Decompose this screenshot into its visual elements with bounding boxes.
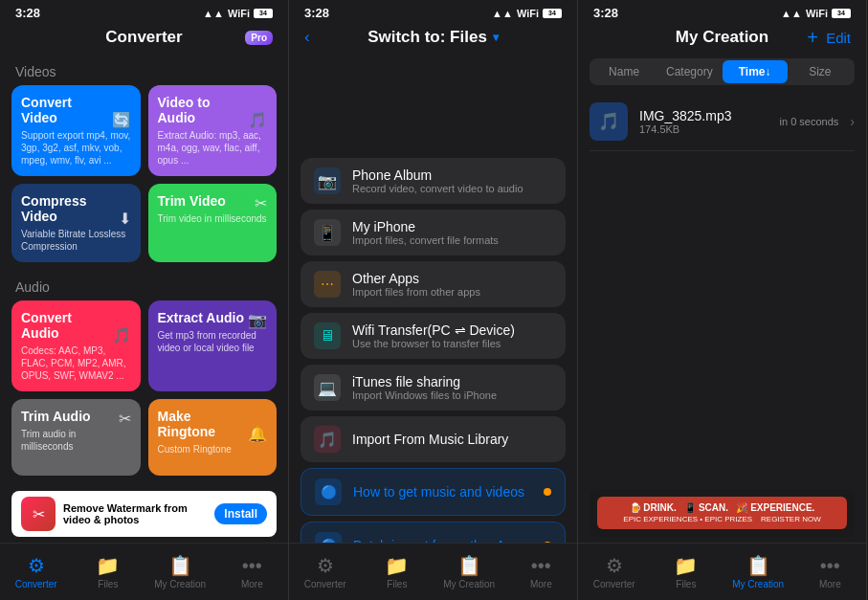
other-apps-title: Other Apps	[352, 271, 480, 286]
my-iphone-item[interactable]: 📱 My iPhone Import files, convert file f…	[300, 210, 566, 256]
how-to-item[interactable]: 🔵 How to get music and videos	[300, 468, 566, 516]
phone-album-sub: Record video, convert video to audio	[352, 183, 523, 194]
tab-time[interactable]: Time↓	[723, 60, 788, 83]
files-nav-label-3: Files	[676, 579, 696, 589]
converter-scroll: Videos Convert Video 🔄 Support export mp…	[0, 55, 288, 485]
tab-category[interactable]: Category	[657, 60, 722, 83]
add-button[interactable]: +	[807, 27, 818, 49]
files-nav-label-2: Files	[387, 579, 407, 589]
batch-import-item[interactable]: 🔵 Batch import from other Apps	[300, 522, 566, 543]
install-button-1[interactable]: Install	[214, 503, 267, 524]
switch-title: Switch to: Files ▾	[367, 28, 499, 47]
convert-video-title: Convert Video	[21, 95, 112, 125]
time-1: 3:28	[15, 6, 40, 20]
dropdown-arrow-icon[interactable]: ▾	[493, 31, 499, 44]
signal-icon-1: ▲▲	[203, 8, 224, 19]
files-content: 📷 Phone Album Record video, convert vide…	[289, 150, 577, 543]
video-to-audio-card[interactable]: Video to Audio 🎵 Extract Audio: mp3, aac…	[148, 85, 278, 176]
tab-name[interactable]: Name	[591, 60, 657, 83]
music-library-item[interactable]: 🎵 Import From Music Library	[300, 416, 566, 462]
nav-more-1[interactable]: ••• More	[216, 544, 288, 600]
creation-tabs: Name Category Time↓ Size	[590, 58, 855, 85]
status-bar-1: 3:28 ▲▲ WiFi 34	[0, 0, 288, 22]
status-icons-1: ▲▲ WiFi 34	[203, 8, 273, 19]
wifi-icon-3: WiFi	[806, 8, 828, 19]
tab-size[interactable]: Size	[788, 60, 853, 83]
wifi-transfer-text: Wifi Transfer(PC ⇌ Device) Use the brows…	[352, 322, 515, 349]
ad-text-1: Remove Watermark from video & photos	[63, 502, 214, 525]
signal-icon-2: ▲▲	[492, 8, 513, 19]
nav-mycreation-1[interactable]: 📋 My Creation	[145, 544, 216, 600]
mycreation-nav-icon-2: 📋	[457, 554, 481, 577]
nav-converter-2[interactable]: ⚙ Converter	[289, 544, 361, 600]
nav-mycreation-3[interactable]: 📋 My Creation	[723, 544, 794, 600]
file-item-img3825[interactable]: 🎵 IMG_3825.mp3 174.5KB in 0 seconds ›	[590, 93, 855, 151]
switch-title-text: Switch to: Files	[367, 28, 487, 47]
how-to-icon: 🔵	[315, 478, 342, 505]
converter-nav-label-2: Converter	[304, 579, 346, 589]
nav-files-3[interactable]: 📁 Files	[650, 544, 722, 600]
make-ringtone-title: Make Ringtone	[158, 409, 249, 439]
video-to-audio-desc: Extract Audio: mp3, aac, m4a, ogg, wav, …	[158, 129, 268, 167]
nav-more-2[interactable]: ••• More	[505, 544, 577, 600]
convert-audio-title: Convert Audio	[21, 310, 112, 341]
convert-audio-card[interactable]: Convert Audio 🎵 Codecs: AAC, MP3, FLAC, …	[11, 300, 141, 391]
videos-card-grid: Convert Video 🔄 Support export mp4, mov,…	[11, 85, 277, 262]
convert-audio-icon: 🎵	[112, 326, 131, 344]
battery-icon-1: 34	[254, 9, 273, 18]
back-button[interactable]: ‹	[304, 28, 310, 47]
convert-video-card[interactable]: Convert Video 🔄 Support export mp4, mov,…	[11, 85, 141, 176]
phone-album-item[interactable]: 📷 Phone Album Record video, convert vide…	[300, 158, 566, 204]
nav-files-2[interactable]: 📁 Files	[361, 544, 433, 600]
converter-header: Converter Pro	[0, 22, 288, 55]
ad-panel3[interactable]: 🍺 DRINK. 📱 SCAN. 🎉 EXPERIENCE. EPIC EXPE…	[590, 489, 855, 537]
other-apps-text: Other Apps Import files from other apps	[352, 271, 480, 298]
make-ringtone-card[interactable]: Make Ringtone 🔔 Custom Ringtone	[148, 399, 278, 476]
more-nav-icon-1: •••	[242, 555, 262, 577]
nav-more-3[interactable]: ••• More	[794, 544, 866, 600]
convert-video-icon: 🔄	[112, 111, 131, 129]
extract-audio-card[interactable]: Extract Audio 📷 Get mp3 from recorded vi…	[148, 300, 278, 391]
nav-converter-1[interactable]: ⚙ Converter	[0, 544, 72, 600]
compress-video-card[interactable]: Compress Video ⬇ Variable Bitrate Lossle…	[11, 184, 141, 262]
nav-converter-3[interactable]: ⚙ Converter	[578, 544, 650, 600]
trim-audio-card[interactable]: Trim Audio ✂ Trim audio in milliseconds	[11, 399, 141, 476]
panel-mycreation: 3:28 ▲▲ WiFi 34 My Creation + Edit Name …	[578, 0, 867, 600]
compress-video-desc: Variable Bitrate Lossless Compression	[21, 228, 131, 253]
converter-nav-label: Converter	[15, 579, 57, 589]
files-nav-icon-1: 📁	[96, 554, 120, 577]
compress-video-icon: ⬇	[119, 210, 131, 228]
video-to-audio-icon: 🎵	[248, 111, 267, 129]
edit-button[interactable]: Edit	[826, 30, 851, 46]
ad-banner-1[interactable]: ✂ Remove Watermark from video & photos I…	[11, 491, 277, 537]
files-header: ‹ Switch to: Files ▾	[289, 22, 577, 55]
trim-audio-title: Trim Audio	[21, 409, 91, 424]
panel-converter: 3:28 ▲▲ WiFi 34 Converter Pro Videos Con…	[0, 0, 289, 600]
mycreation-nav-label-1: My Creation	[154, 579, 206, 589]
ad-panel3-inner: 🍺 DRINK. 📱 SCAN. 🎉 EXPERIENCE. EPIC EXPE…	[597, 497, 847, 529]
trim-video-card[interactable]: Trim Video ✂ Trim video in milliseconds	[148, 184, 278, 262]
mycreation-nav-label-2: My Creation	[443, 579, 495, 589]
itunes-sharing-text: iTunes file sharing Import Windows files…	[352, 374, 497, 401]
make-ringtone-desc: Custom Ringtone	[158, 443, 268, 456]
files-nav-label-1: Files	[98, 579, 118, 589]
batch-import-icon: 🔵	[315, 532, 342, 543]
nav-mycreation-2[interactable]: 📋 My Creation	[434, 544, 505, 600]
ad-icon-1: ✂	[21, 497, 56, 531]
music-library-icon: 🎵	[314, 426, 341, 453]
wifi-transfer-item[interactable]: 🖥 Wifi Transfer(PC ⇌ Device) Use the bro…	[300, 313, 566, 359]
converter-nav-label-3: Converter	[593, 579, 635, 589]
how-to-text: How to get music and videos	[353, 484, 524, 500]
more-nav-icon-2: •••	[531, 555, 551, 577]
videos-section-label: Videos	[11, 55, 277, 85]
how-to-title: How to get music and videos	[353, 484, 524, 500]
status-bar-3: 3:28 ▲▲ WiFi 34	[578, 0, 866, 22]
itunes-sharing-item[interactable]: 💻 iTunes file sharing Import Windows fil…	[300, 365, 566, 411]
wifi-transfer-title: Wifi Transfer(PC ⇌ Device)	[352, 322, 515, 338]
extract-audio-icon: 📷	[248, 311, 267, 329]
other-apps-icon: ⋯	[314, 271, 341, 298]
phone-album-text: Phone Album Record video, convert video …	[352, 167, 523, 194]
mycreation-header: My Creation + Edit	[578, 22, 866, 55]
other-apps-item[interactable]: ⋯ Other Apps Import files from other app…	[300, 261, 566, 307]
nav-files-1[interactable]: 📁 Files	[72, 544, 144, 600]
